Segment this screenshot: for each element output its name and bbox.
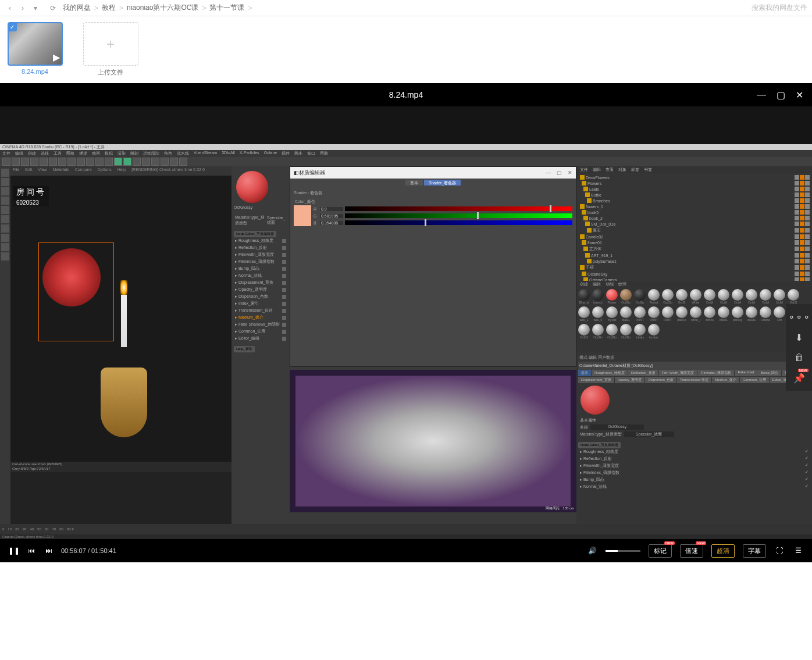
tree-item[interactable]: book_2 (578, 215, 811, 221)
attr-property[interactable]: ▸ Bump_凹凸 ✓ (578, 476, 810, 483)
video-thumbnail[interactable]: ✓ ▶ (8, 22, 63, 66)
crumb[interactable]: 教程 (102, 3, 116, 13)
material-swatch[interactable]: Mat01 (619, 306, 632, 323)
menu-item[interactable]: 动画 (92, 151, 100, 156)
attr-property[interactable]: ▸ Normal_法线 ✓ (578, 483, 810, 490)
property-row[interactable]: ▸ Filmindex_薄膜指数 (234, 258, 287, 265)
node-editor-button[interactable]: Node Editor_节点编辑器 (578, 442, 621, 448)
tool-icon[interactable] (123, 158, 131, 166)
attr-property[interactable]: ▸ Filmwidth_薄膜宽度 ✓ (578, 462, 810, 469)
mark-button[interactable]: 标记NEW (649, 544, 672, 558)
tool-icon[interactable] (105, 158, 113, 166)
nav-forward-icon[interactable]: › (17, 3, 28, 13)
vp-menu-item[interactable]: View (38, 167, 47, 174)
property-row[interactable]: ▸ Normal_法线 (234, 272, 287, 279)
property-row[interactable]: ▸ Displacement_置换 (234, 279, 287, 286)
menu-item[interactable]: 工具 (54, 151, 62, 156)
minimize-icon[interactable]: — (546, 170, 551, 176)
tree-item[interactable]: flame01 (578, 240, 811, 245)
attr-tab[interactable]: Medium_媒介 (712, 377, 739, 383)
object-tree[interactable]: DecoFlowersFlowersLeafsBottleBranchesflo… (576, 173, 812, 281)
tool-icon[interactable] (86, 158, 94, 166)
tool-icon[interactable] (1, 169, 9, 177)
property-row[interactable]: ▸ Common_公用 (234, 328, 287, 335)
material-swatch[interactable]: antico (703, 306, 716, 323)
tab[interactable]: 查看 (606, 167, 614, 173)
attr-tab[interactable]: Filmindex_薄膜指数 (697, 370, 734, 376)
attr-property[interactable]: ▸ Reflection_反射 ✓ (578, 455, 810, 462)
property-row[interactable]: ▸ Medium_媒介 (234, 314, 287, 321)
tool-icon[interactable] (95, 158, 104, 166)
attr-property[interactable]: ▸ Filmindex_薄膜指数 ✓ (578, 469, 810, 476)
vp-menu-item[interactable]: Compare (75, 167, 92, 174)
perspective-viewport[interactable]: 网格间距 : 100 cm (290, 370, 576, 512)
tool-icon[interactable] (30, 158, 38, 166)
dialog-title-bar[interactable]: ◧ 材质编辑器 — ▢ ✕ (290, 167, 576, 179)
property-row[interactable]: ▸ Bump_凹凸 (234, 265, 287, 272)
vp-menu-item[interactable]: [RENDERING] Check others time 0.32 0 (131, 167, 205, 174)
vp-menu-item[interactable]: Materials (52, 167, 69, 174)
minimize-icon[interactable]: — (757, 90, 766, 101)
color-swatch[interactable] (294, 205, 311, 226)
menu-item[interactable]: 创建 (28, 151, 36, 156)
tree-item[interactable]: OctaneSky (578, 271, 811, 277)
tool-icon[interactable] (1, 234, 9, 242)
tool-icon[interactable] (179, 158, 187, 166)
tree-item[interactable]: ART_919_1 (578, 252, 811, 258)
material-swatch[interactable]: PAINT (647, 306, 660, 323)
material-swatch[interactable]: branch (592, 289, 604, 305)
material-swatch[interactable]: PAINT (661, 306, 674, 323)
tab-shader[interactable]: Shader_着色器 (424, 180, 461, 185)
menu-item[interactable]: 文件 (2, 151, 10, 156)
material-swatch[interactable]: OctGlo (619, 324, 632, 340)
tab[interactable]: 纹理 (618, 281, 626, 287)
tree-item[interactable]: polySurface1 (578, 258, 811, 264)
delete-icon[interactable]: 🗑 (793, 352, 805, 363)
tree-item[interactable]: Flowers (578, 180, 811, 186)
material-swatch[interactable]: OctM (745, 289, 758, 305)
tree-item[interactable]: 宝石 (578, 227, 811, 234)
menu-item[interactable]: 网格 (66, 151, 74, 156)
material-swatch[interactable]: wire_0 (592, 306, 604, 323)
property-row[interactable]: ▸ Filmwidth_薄膜宽度 (234, 251, 287, 258)
menu-item[interactable]: 3DtoAll (222, 151, 235, 156)
tab[interactable]: 文件 (580, 167, 588, 173)
material-swatch[interactable]: OctDif (578, 324, 590, 340)
menu-item[interactable]: 运动跟踪 (143, 151, 159, 156)
tool-icon[interactable] (114, 158, 122, 166)
material-swatch[interactable]: OctM (717, 289, 730, 305)
crumb[interactable]: 我的网盘 (63, 3, 91, 13)
material-swatch[interactable]: OctGlo (619, 289, 632, 305)
tool-icon[interactable] (133, 158, 141, 166)
tree-item[interactable]: Branches (578, 198, 811, 204)
material-swatch[interactable]: Blue_st (578, 289, 590, 305)
pause-icon[interactable]: ❚❚ (9, 545, 19, 556)
material-swatch[interactable]: OctGlo (606, 324, 618, 340)
menu-item[interactable]: 捕捉 (79, 151, 87, 156)
material-swatch[interactable]: OctSp (633, 289, 646, 305)
tool-icon[interactable] (12, 158, 20, 166)
green-slider[interactable]: G0.581995 (314, 212, 572, 219)
property-row[interactable]: ▸ Fake Shadows_伪阴影 (234, 321, 287, 328)
material-swatch[interactable]: wire_1 (578, 306, 590, 323)
material-swatch[interactable]: Mat01 (717, 306, 730, 323)
menu-item[interactable]: 脚本 (294, 151, 302, 156)
material-swatch[interactable]: OctM (703, 289, 716, 305)
node-editor-button[interactable]: Node Editor_节点编辑器 (234, 231, 276, 237)
attr-tab[interactable]: Transmission 传送 (677, 377, 711, 383)
download-icon[interactable]: ⬇ (793, 331, 805, 343)
tree-item[interactable]: OctaneCamera (578, 277, 811, 281)
tab[interactable]: 标签 (631, 167, 639, 173)
subtitle-button[interactable]: 字幕 (743, 544, 766, 558)
search-input[interactable]: 搜索我的网盘文件 (752, 3, 807, 13)
tab[interactable]: 创建 (580, 281, 588, 287)
tab[interactable]: 书签 (644, 167, 652, 173)
tool-icon[interactable] (1, 178, 9, 186)
tool-icon[interactable] (1, 187, 9, 195)
material-swatch[interactable]: wood1 (745, 306, 758, 323)
tab[interactable]: 对象 (618, 167, 626, 173)
attr-tab[interactable]: Displacement_置换 (578, 377, 614, 383)
material-swatch[interactable]: OctM (759, 289, 772, 305)
tool-icon[interactable] (1, 206, 9, 214)
help-button[interactable]: Help_帮助 (234, 346, 255, 352)
